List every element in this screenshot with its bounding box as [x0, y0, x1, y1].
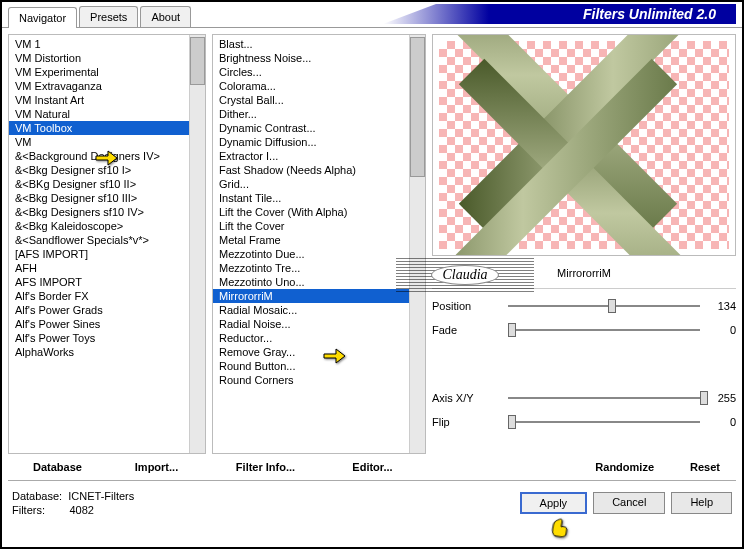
randomize-button[interactable]: Randomize	[587, 458, 662, 476]
filter-item[interactable]: Lift the Cover (With Alpha)	[213, 205, 409, 219]
category-item[interactable]: VM	[9, 135, 189, 149]
category-item[interactable]: &<Bkg Designer sf10 III>	[9, 191, 189, 205]
filter-item[interactable]: Mezzotinto Tre...	[213, 261, 409, 275]
filter-item[interactable]: Reductor...	[213, 331, 409, 345]
filter-item[interactable]: Grid...	[213, 177, 409, 191]
filter-info-button[interactable]: Filter Info...	[212, 458, 319, 476]
category-item[interactable]: &<Bkg Designers sf10 IV>	[9, 205, 189, 219]
slider-row: Fade 0	[432, 319, 736, 341]
tab-presets[interactable]: Presets	[79, 6, 138, 27]
slider-track[interactable]	[508, 305, 700, 307]
category-item[interactable]: Alf's Power Grads	[9, 303, 189, 317]
filter-item[interactable]: Metal Frame	[213, 233, 409, 247]
category-item[interactable]: &<Bkg Designer sf10 I>	[9, 163, 189, 177]
category-item[interactable]: [AFS IMPORT]	[9, 247, 189, 261]
slider-track[interactable]	[508, 397, 700, 399]
filter-item[interactable]: Radial Mosaic...	[213, 303, 409, 317]
category-item[interactable]: AlphaWorks	[9, 345, 189, 359]
app-title-banner: Filters Unlimited 2.0	[383, 4, 736, 24]
filter-item[interactable]: Dynamic Diffusion...	[213, 135, 409, 149]
filter-item[interactable]: Dynamic Contrast...	[213, 121, 409, 135]
filter-item[interactable]: Radial Noise...	[213, 317, 409, 331]
tab-about[interactable]: About	[140, 6, 191, 27]
category-item[interactable]: VM Toolbox	[9, 121, 189, 135]
slider-value: 255	[706, 392, 736, 404]
slider-track[interactable]	[508, 329, 700, 331]
slider-row: Position 134	[432, 295, 736, 317]
category-list[interactable]: VM 1VM DistortionVM ExperimentalVM Extra…	[9, 35, 189, 453]
category-item[interactable]: VM Distortion	[9, 51, 189, 65]
category-item[interactable]: &<Sandflower Specials*v*>	[9, 233, 189, 247]
category-item[interactable]: Alf's Border FX	[9, 289, 189, 303]
app-title: Filters Unlimited 2.0	[383, 4, 736, 24]
filter-item[interactable]: Crystal Ball...	[213, 93, 409, 107]
category-item[interactable]: VM 1	[9, 37, 189, 51]
category-item[interactable]: Alf's Power Toys	[9, 331, 189, 345]
status-bar: Database: ICNET-Filters Filters: 4082	[12, 489, 134, 517]
slider-track[interactable]	[508, 421, 700, 423]
filter-item[interactable]: Remove Gray...	[213, 345, 409, 359]
filter-item[interactable]: Blast...	[213, 37, 409, 51]
category-item[interactable]: Alf's Power Sines	[9, 317, 189, 331]
database-button[interactable]: Database	[8, 458, 107, 476]
category-scrollbar[interactable]	[189, 35, 205, 453]
category-item[interactable]: AFS IMPORT	[9, 275, 189, 289]
category-item[interactable]: VM Instant Art	[9, 93, 189, 107]
slider-label: Fade	[432, 324, 502, 336]
help-button[interactable]: Help	[671, 492, 732, 514]
cancel-button[interactable]: Cancel	[593, 492, 665, 514]
filter-item[interactable]: Lift the Cover	[213, 219, 409, 233]
slider-value: 134	[706, 300, 736, 312]
filter-item[interactable]: Brightness Noise...	[213, 51, 409, 65]
filter-item[interactable]: MirrororriM	[213, 289, 409, 303]
filter-item[interactable]: Mezzotinto Due...	[213, 247, 409, 261]
slider-row: Flip 0	[432, 411, 736, 433]
category-item[interactable]: VM Natural	[9, 107, 189, 121]
filter-item[interactable]: Mezzotinto Uno...	[213, 275, 409, 289]
category-item[interactable]: &<Background Designers IV>	[9, 149, 189, 163]
filter-item[interactable]: Fast Shadow (Needs Alpha)	[213, 163, 409, 177]
reset-button[interactable]: Reset	[682, 458, 728, 476]
filter-item[interactable]: Dither...	[213, 107, 409, 121]
slider-panel: Position 134Fade 0Axis X/Y 255Flip 0	[432, 288, 736, 454]
filter-list[interactable]: Blast...Brightness Noise...Circles...Col…	[213, 35, 409, 453]
filter-scrollbar[interactable]	[409, 35, 425, 453]
slider-row: Axis X/Y 255	[432, 387, 736, 409]
preview-pane	[432, 34, 736, 256]
slider-label: Axis X/Y	[432, 392, 502, 404]
category-item[interactable]: AFH	[9, 261, 189, 275]
slider-value: 0	[706, 324, 736, 336]
category-item[interactable]: &<BKg Designer sf10 II>	[9, 177, 189, 191]
tab-bar: Navigator Presets About Filters Unlimite…	[2, 2, 742, 28]
filter-item[interactable]: Colorama...	[213, 79, 409, 93]
watermark: Claudia	[396, 258, 534, 292]
filter-item[interactable]: Extractor I...	[213, 149, 409, 163]
filter-item[interactable]: Instant Tile...	[213, 191, 409, 205]
filter-item[interactable]: Round Button...	[213, 359, 409, 373]
slider-label: Flip	[432, 416, 502, 428]
category-item[interactable]: VM Extravaganza	[9, 79, 189, 93]
slider-value: 0	[706, 416, 736, 428]
category-item[interactable]: &<Bkg Kaleidoscope>	[9, 219, 189, 233]
tab-navigator[interactable]: Navigator	[8, 7, 77, 28]
filter-item[interactable]: Round Corners	[213, 373, 409, 387]
slider-label: Position	[432, 300, 502, 312]
import-button[interactable]: Import...	[107, 458, 206, 476]
filter-item[interactable]: Circles...	[213, 65, 409, 79]
category-item[interactable]: VM Experimental	[9, 65, 189, 79]
editor-button[interactable]: Editor...	[319, 458, 426, 476]
apply-button[interactable]: Apply	[520, 492, 588, 514]
